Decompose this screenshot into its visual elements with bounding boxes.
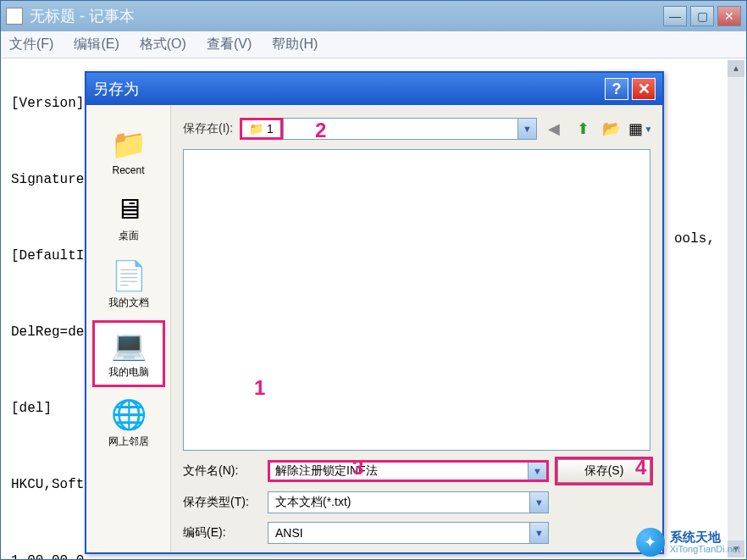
lookin-label: 保存在(I): [183,121,233,136]
computer-icon: 💻 [110,328,147,362]
desktop-icon: 🖥 [110,191,147,225]
dropdown-icon[interactable]: ▼ [529,492,548,513]
filetype-value: 文本文档(*.txt) [275,495,351,510]
place-label: 我的文档 [94,296,163,310]
dialog-body: 📁 Recent 🖥 桌面 📄 我的文档 💻 我的电脑 🌐 网上邻居 [86,105,662,552]
place-label: 我的电脑 [97,365,161,380]
dropdown-icon[interactable]: ▼ [517,119,536,139]
place-label: 网上邻居 [94,435,163,449]
encoding-value: ANSI [275,526,303,540]
editor-line: 1,00,00,0 [11,553,736,559]
annotation-4: 4 [635,456,646,480]
dropdown-icon[interactable]: ▼ [529,523,548,543]
notepad-title: 无标题 - 记事本 [30,6,663,26]
lookin-value: 1 [267,122,274,136]
close-button[interactable]: ✕ [717,6,741,26]
filename-label: 文件名(N): [183,463,259,479]
filetype-select[interactable]: 文本文档(*.txt) ▼ [268,491,549,513]
filetype-row: 保存类型(T): 文本文档(*.txt) ▼ [183,491,650,513]
vertical-scrollbar[interactable]: ▲ ▼ [728,60,744,557]
dialog-help-button[interactable]: ? [605,78,628,100]
places-bar: 📁 Recent 🖥 桌面 📄 我的文档 💻 我的电脑 🌐 网上邻居 [86,105,171,552]
encoding-row: 编码(E): ANSI ▼ [183,522,650,544]
maximize-button[interactable]: ▢ [690,6,714,26]
watermark-logo-icon: ✦ [636,528,665,557]
menubar: 文件(F) 编辑(E) 格式(O) 查看(V) 帮助(H) [1,31,746,58]
folder-icon: 📁 [110,127,147,161]
encoding-label: 编码(E): [183,525,259,541]
watermark: ✦ 系统天地 XiTongTianDi.net [636,528,740,557]
watermark-line2: XiTongTianDi.net [670,544,740,554]
scroll-up-icon[interactable]: ▲ [728,60,744,77]
menu-view[interactable]: 查看(V) [207,36,252,53]
place-mydocs[interactable]: 📄 我的文档 [92,253,165,315]
documents-icon: 📄 [110,258,147,292]
dialog-close-button[interactable]: ✕ [632,78,656,100]
place-label: 桌面 [94,229,163,243]
save-as-dialog: 另存为 ? ✕ 📁 Recent 🖥 桌面 📄 我的文档 💻 我的电脑 🌐 [85,71,664,554]
dialog-titlebar: 另存为 ? ✕ [86,73,662,105]
dialog-right-pane: 保存在(I): 📁 1 ▼ ◀ ⬆ 📂 ▦▼ [171,105,662,552]
back-icon[interactable]: ◀ [544,119,564,139]
annotation-2: 2 [315,119,326,142]
lookin-combo[interactable]: 📁 1 ▼ [240,117,537,141]
place-desktop[interactable]: 🖥 桌面 [92,186,165,248]
network-icon: 🌐 [110,397,147,431]
place-label: Recent [94,164,163,176]
menu-file[interactable]: 文件(F) [9,36,53,53]
minimize-button[interactable]: — [663,6,687,26]
bottom-rows: 文件名(N): 解除注册锁定INF法 ▼ 保存(S) 保存类型(T): 文本文档… [183,459,650,544]
new-folder-icon[interactable]: 📂 [601,119,622,139]
watermark-line1: 系统天地 [670,530,740,545]
chevron-down-icon: ▼ [645,125,653,134]
filetype-label: 保存类型(T): [183,495,259,510]
place-recent[interactable]: 📁 Recent [92,122,165,181]
notepad-icon [6,8,23,25]
editor-line-tail: ools, [674,231,715,247]
folder-icon: 📁 [249,122,263,136]
menu-format[interactable]: 格式(O) [140,36,186,53]
menu-help[interactable]: 帮助(H) [272,36,318,53]
lookin-folder-box[interactable]: 📁 1 [240,118,283,140]
views-icon[interactable]: ▦▼ [630,119,650,139]
file-list-area[interactable] [183,149,650,451]
filename-row: 文件名(N): 解除注册锁定INF法 ▼ 保存(S) [183,459,650,483]
lookin-row: 保存在(I): 📁 1 ▼ ◀ ⬆ 📂 ▦▼ [183,117,650,141]
menu-edit[interactable]: 编辑(E) [74,36,119,53]
filename-input[interactable]: 解除注册锁定INF法 ▼ [268,460,549,482]
dialog-title: 另存为 [93,79,601,99]
place-mycomputer[interactable]: 💻 我的电脑 [92,320,165,387]
nav-icons: ◀ ⬆ 📂 ▦▼ [544,119,650,139]
place-network[interactable]: 🌐 网上邻居 [92,392,165,454]
annotation-1b: 1 [254,376,265,400]
up-one-level-icon[interactable]: ⬆ [573,119,593,139]
notepad-titlebar: 无标题 - 记事本 — ▢ ✕ [1,1,746,31]
encoding-select[interactable]: ANSI ▼ [268,522,549,544]
watermark-text: 系统天地 XiTongTianDi.net [670,530,740,555]
window-controls: — ▢ ✕ [663,6,741,26]
annotation-3: 3 [352,456,363,480]
dropdown-icon[interactable]: ▼ [528,463,546,480]
